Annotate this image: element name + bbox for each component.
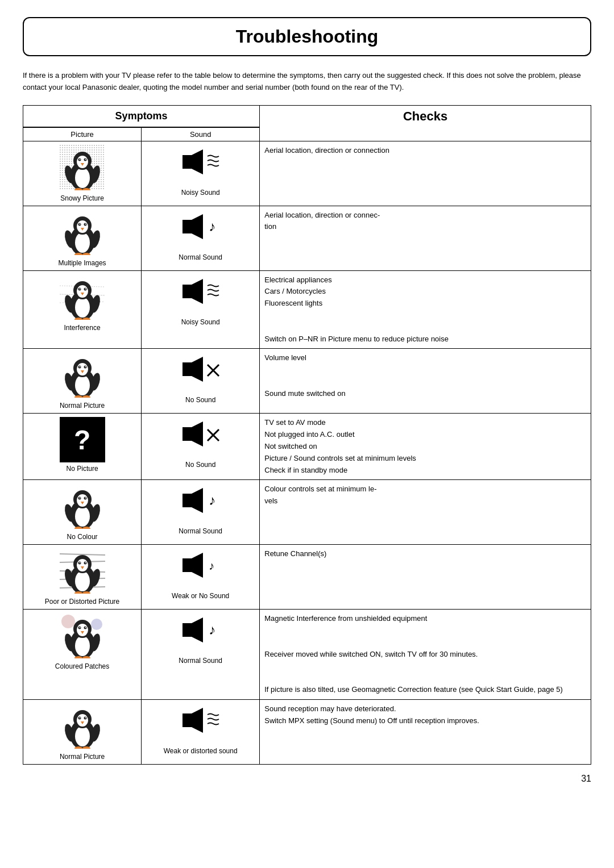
svg-point-26 — [85, 223, 86, 224]
speaker-icon — [178, 145, 223, 185]
svg-point-61 — [79, 366, 80, 368]
svg-rect-16 — [182, 155, 192, 169]
sound-label: Normal Sound — [146, 527, 255, 535]
svg-marker-133 — [192, 617, 203, 642]
sound-label: No Sound — [146, 461, 255, 469]
penguin-icon: ···· ···· ··· — [60, 145, 105, 190]
no-picture-icon: ? — [60, 417, 105, 462]
svg-text:♪: ♪ — [209, 493, 215, 508]
troubleshooting-table: Symptoms Picture Sound Checks ···· ···· … — [23, 105, 591, 765]
check-text: Switch MPX setting (Sound menu) to Off u… — [264, 716, 479, 725]
sound-cell: Noisy Sound — [142, 270, 260, 349]
svg-rect-149 — [182, 713, 192, 727]
checks-cell: Sound reception may have deteriorated.Sw… — [260, 699, 591, 764]
svg-rect-32 — [182, 220, 192, 233]
svg-point-105 — [79, 562, 80, 564]
check-text: Aerial location, direction or connec- — [264, 211, 380, 219]
check-text: Electrical appliances — [264, 276, 332, 284]
sound-cell: No Sound — [142, 414, 260, 480]
symptoms-header: Symptoms — [23, 106, 259, 127]
sound-label: Noisy Sound — [146, 189, 255, 197]
picture-label: Coloured Patches — [28, 662, 136, 670]
sound-label: Normal Sound — [146, 657, 255, 665]
penguin-icon — [60, 352, 105, 398]
svg-point-126 — [85, 627, 86, 628]
svg-point-100 — [75, 571, 90, 591]
svg-marker-33 — [192, 214, 203, 239]
svg-text:♪: ♪ — [209, 622, 215, 637]
penguin-icon — [60, 210, 105, 255]
page-title: Troubleshooting — [23, 17, 591, 56]
picture-cell: ?No Picture — [23, 414, 142, 480]
sound-cell: ♪ Normal Sound — [142, 610, 260, 700]
sound-cell: No Sound — [142, 349, 260, 414]
check-text: TV set to AV mode — [264, 418, 325, 427]
table-row: ···· ···· ··· Snowy Picture — [23, 141, 591, 206]
sound-label: No Sound — [146, 396, 255, 404]
speaker-icon: ♪ — [178, 613, 223, 653]
svg-point-120 — [75, 636, 90, 656]
table-row: Normal Picture No SoundVolume levelSound… — [23, 349, 591, 414]
penguin-icon — [60, 548, 105, 594]
picture-cell: Poor or Distorted Picture — [23, 545, 142, 610]
checks-cell: Retune Channel(s) — [260, 545, 591, 610]
svg-rect-112 — [182, 558, 192, 572]
penguin-icon — [60, 274, 105, 320]
svg-point-137 — [75, 726, 90, 746]
checks-cell: Colour controls set at minimum le-vels — [260, 480, 591, 545]
picture-label: No Colour — [28, 533, 136, 541]
picture-cell: Normal Picture — [23, 699, 142, 764]
picture-cell: Multiple Images — [23, 206, 142, 270]
picture-cell: ···· ···· ··· Snowy Picture — [23, 141, 142, 206]
picture-label: Normal Picture — [28, 402, 136, 410]
check-text: Check if in standby mode — [264, 466, 347, 474]
check-text: Not switched on — [264, 442, 317, 450]
picture-label: No Picture — [28, 465, 136, 473]
svg-point-106 — [85, 562, 86, 564]
picture-label: Multiple Images — [28, 259, 136, 267]
picture-cell: No Colour — [23, 480, 142, 545]
check-text: vels — [264, 496, 277, 505]
svg-point-6 — [77, 156, 88, 168]
sound-label: Weak or distorted sound — [146, 747, 255, 755]
checks-cell: Aerial location, direction or connection — [260, 141, 591, 206]
page-number: 31 — [23, 774, 591, 784]
sound-label: Normal Sound — [146, 253, 255, 261]
check-text: Cars / Motorcycles — [264, 287, 326, 295]
picture-label: Poor or Distorted Picture — [28, 598, 136, 606]
sound-cell: ♪ Weak or No Sound — [142, 545, 260, 610]
svg-point-116 — [61, 615, 75, 628]
svg-point-143 — [85, 717, 86, 718]
checks-cell: TV set to AV modeNot plugged into A.C. o… — [260, 414, 591, 480]
table-row: Multiple Images ♪ Normal SoundAerial loc… — [23, 206, 591, 270]
svg-point-84 — [85, 498, 86, 499]
svg-point-4 — [75, 168, 90, 188]
svg-point-40 — [75, 297, 90, 318]
check-text: Receiver moved while switched ON, switch… — [264, 650, 478, 658]
checks-cell: Aerial location, direction or connec-tio… — [260, 206, 591, 270]
checks-header: Checks — [260, 105, 591, 141]
svg-point-25 — [79, 223, 80, 224]
picture-col-header: Picture — [23, 128, 142, 141]
picture-cell: Normal Picture — [23, 349, 142, 414]
table-row: ?No Picture No SoundTV set to AV modeNot… — [23, 414, 591, 480]
svg-rect-52 — [182, 285, 192, 298]
check-text: Retune Channel(s) — [264, 549, 326, 558]
checks-cell: Electrical appliancesCars / MotorcyclesF… — [260, 270, 591, 349]
sound-label: Weak or No Sound — [146, 592, 255, 600]
table-row: No Colour ♪ Normal SoundColour controls … — [23, 480, 591, 545]
svg-point-45 — [79, 288, 80, 289]
svg-marker-69 — [192, 357, 203, 382]
speaker-icon: ♪ — [178, 548, 223, 588]
picture-label: Interference — [28, 324, 136, 332]
check-text: Picture / Sound controls set at minimum … — [264, 454, 416, 462]
svg-point-62 — [85, 366, 86, 368]
penguin-icon — [60, 613, 105, 658]
svg-marker-150 — [192, 708, 203, 733]
speaker-icon: ♪ — [178, 483, 223, 523]
svg-point-42 — [77, 285, 88, 298]
svg-point-58 — [77, 363, 88, 375]
checks-cell: Volume levelSound mute switched on — [260, 349, 591, 414]
svg-point-102 — [77, 559, 88, 571]
svg-line-94 — [60, 554, 105, 555]
